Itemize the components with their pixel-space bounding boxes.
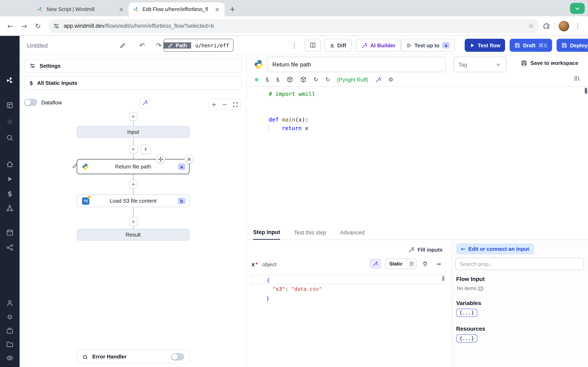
browser-profile-chevron-button[interactable]: [570, 3, 585, 14]
browser-tab-1[interactable]: New Script | Windmill: [33, 2, 129, 16]
fill-inputs-button[interactable]: Fill inputs: [408, 243, 443, 256]
home-icon[interactable]: [5, 159, 14, 168]
flow-title[interactable]: Untitled: [27, 39, 48, 52]
add-step-button[interactable]: [129, 145, 138, 153]
code-editor[interactable]: # import wmill def main(x): return x: [247, 86, 588, 227]
path-value[interactable]: u/henri/eff: [191, 42, 233, 48]
docs-book-button[interactable]: [305, 39, 321, 52]
new-tab-button[interactable]: [227, 4, 238, 14]
json-editor-toggle[interactable]: [406, 259, 416, 269]
profile-avatar[interactable]: [559, 21, 569, 31]
back-button[interactable]: [4, 20, 16, 32]
arrow-right-icon[interactable]: [434, 259, 443, 269]
favorites-star-icon[interactable]: [5, 117, 14, 126]
browser-menu-icon[interactable]: [573, 20, 582, 32]
step-b-node[interactable]: Load S3 file content b: [77, 194, 190, 207]
search-icon[interactable]: [5, 133, 14, 142]
zoom-in-button[interactable]: [209, 99, 219, 110]
ai-flow-wand-button[interactable]: [140, 98, 150, 108]
reload-icon[interactable]: [325, 76, 330, 83]
windmill-logo[interactable]: [5, 76, 14, 85]
runs-table-icon[interactable]: [5, 101, 14, 110]
edit-or-connect-button[interactable]: Edit or connect an input: [456, 243, 534, 254]
package-cube-icon[interactable]: [300, 76, 307, 83]
ai-fill-wand-button[interactable]: [369, 259, 381, 269]
search-prop-input[interactable]: [455, 258, 584, 270]
zoom-out-button[interactable]: [219, 99, 230, 110]
forward-button[interactable]: [18, 20, 30, 32]
tag-select[interactable]: Tag: [453, 57, 506, 72]
plug-connect-icon[interactable]: [420, 259, 430, 269]
input-node[interactable]: Input: [77, 126, 190, 138]
deploy-button[interactable]: Deploy: [557, 39, 588, 52]
static-label[interactable]: Static: [386, 259, 406, 269]
browser-tab-2[interactable]: Edit Flow u/henri/effortless_fl: [129, 2, 225, 16]
all-static-inputs-row[interactable]: All Static Inputs: [24, 76, 242, 90]
variables-braces-button[interactable]: {...}: [456, 309, 477, 317]
workers-toolbox-icon[interactable]: [5, 326, 14, 335]
reload-icon[interactable]: [314, 76, 318, 83]
json-scrollbar[interactable]: [442, 276, 444, 281]
edit-step-pencil-icon[interactable]: [72, 163, 78, 169]
flows-share-icon[interactable]: [5, 243, 14, 252]
error-handler-row[interactable]: Error Handler: [77, 350, 190, 363]
diff-button[interactable]: Diff: [325, 39, 351, 52]
save-to-workspace-button[interactable]: Save to workspace: [521, 60, 578, 66]
tab-step-input[interactable]: Step Input: [253, 229, 280, 240]
extensions-puzzle-icon[interactable]: [543, 22, 550, 29]
runs-play-icon[interactable]: [5, 175, 14, 184]
editor-settings-gear-icon[interactable]: [388, 76, 393, 83]
tab-advanced[interactable]: Advanced: [340, 230, 365, 239]
flow-settings-row[interactable]: Settings: [24, 59, 242, 73]
package-cube-icon[interactable]: [287, 76, 293, 83]
path-control[interactable]: Path u/henri/eff: [163, 39, 233, 52]
main-split: Settings All Static Inputs Dataflow: [20, 55, 588, 367]
static-mode-control[interactable]: Static: [385, 259, 416, 269]
delete-step-button[interactable]: [185, 155, 194, 164]
ai-builder-button[interactable]: AI Builder: [356, 39, 401, 52]
folders-icon[interactable]: [5, 340, 14, 349]
resources-braces-button[interactable]: {...}: [456, 334, 477, 342]
more-options-kebab-icon[interactable]: [289, 39, 300, 52]
add-step-top-button[interactable]: [129, 112, 138, 121]
variables-icon[interactable]: [5, 189, 14, 198]
schedules-calendar-icon[interactable]: [5, 228, 14, 237]
url-host: app.windmill.dev: [64, 23, 104, 29]
resources-hub-icon[interactable]: [5, 204, 14, 213]
variable-picker-icon[interactable]: [265, 76, 269, 83]
undo-button[interactable]: [136, 39, 148, 52]
editor-scrollbar[interactable]: [585, 88, 587, 94]
reload-button[interactable]: [32, 20, 44, 32]
edit-title-pencil-icon[interactable]: [117, 39, 128, 52]
site-settings-icon[interactable]: [53, 23, 60, 29]
tab-close-icon[interactable]: [118, 6, 125, 13]
test-flow-button[interactable]: Test flow: [465, 39, 505, 52]
redo-button[interactable]: [153, 39, 165, 52]
omnibox[interactable]: app.windmill.dev/flows/edit/u/henri/effo…: [48, 19, 539, 33]
draft-button[interactable]: Draft ⌘S: [510, 39, 552, 52]
bookmark-star-icon[interactable]: [528, 22, 534, 30]
tab-close-icon[interactable]: [214, 6, 221, 13]
library-icon[interactable]: [574, 75, 581, 82]
step-name-input[interactable]: [267, 57, 446, 72]
add-step-button[interactable]: [129, 217, 138, 226]
dollar-icon: [29, 80, 33, 86]
path-segment[interactable]: Path: [164, 42, 191, 48]
json-input-editor[interactable]: { "s3": "data.csv" }: [251, 275, 445, 305]
move-step-handle[interactable]: [156, 155, 165, 164]
user-person-icon[interactable]: [5, 299, 14, 308]
resource-picker-icon[interactable]: [276, 76, 280, 83]
lint-status[interactable]: (Pyright Ruff): [337, 76, 368, 83]
settings-gear-icon[interactable]: [5, 312, 14, 321]
trigger-lightning-button[interactable]: [141, 144, 151, 154]
add-step-button[interactable]: [129, 180, 138, 188]
fit-view-button[interactable]: [230, 99, 241, 110]
audit-eye-icon[interactable]: [5, 354, 14, 363]
ai-wand-icon[interactable]: [375, 76, 381, 83]
step-a-node[interactable]: Return file path a: [77, 159, 190, 174]
test-up-to-button[interactable]: Test up to a: [401, 39, 455, 52]
tab-test-this-step[interactable]: Test this step: [294, 230, 326, 239]
error-handler-toggle[interactable]: [171, 353, 184, 360]
dataflow-toggle[interactable]: [24, 99, 37, 106]
result-node[interactable]: Result: [77, 229, 190, 241]
